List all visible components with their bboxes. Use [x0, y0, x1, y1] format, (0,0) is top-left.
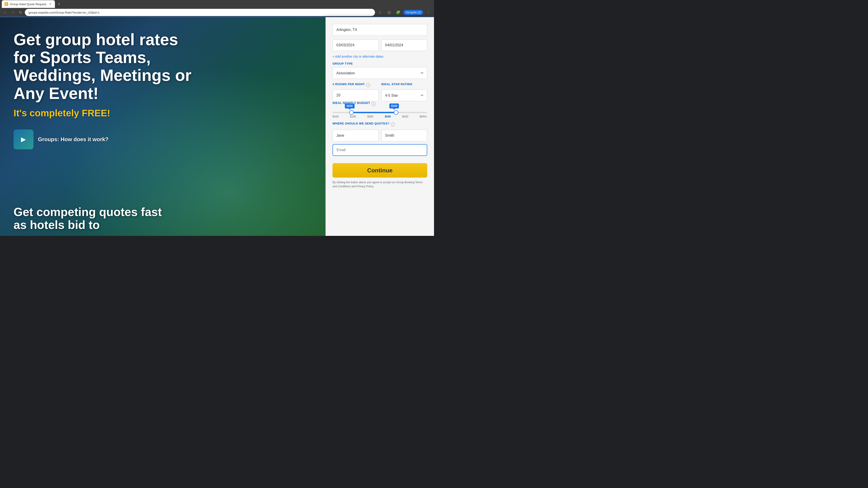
- rooms-info-icon[interactable]: i: [366, 83, 370, 87]
- checkout-input[interactable]: [381, 39, 428, 51]
- add-city-link[interactable]: + Add another city or alternate dates: [333, 55, 427, 58]
- group-type-select[interactable]: Sports Team Wedding Meeting Association …: [333, 67, 427, 79]
- browser-actions: ☆ ⊡ 🧩 Incognito (2) ⋮: [376, 9, 432, 16]
- budget-section: IDEAL NIGHTLY BUDGET i $250 $340 $100: [333, 101, 427, 118]
- location-input[interactable]: [333, 24, 427, 36]
- rooms-header: # ROOMS PER NIGHT i: [333, 83, 379, 88]
- add-city-text: + Add another city or alternate dates: [333, 55, 383, 58]
- url-text: groups.expedia.com/Group-Rate/?locale=en…: [29, 11, 99, 14]
- rooms-rating-row: # ROOMS PER NIGHT i IDEAL STAR RATING An…: [333, 83, 427, 101]
- send-quotes-header: WHERE SHOULD WE SEND QUOTES? i: [333, 122, 427, 127]
- send-quotes-section: WHERE SHOULD WE SEND QUOTES? i: [333, 122, 427, 156]
- budget-info-icon[interactable]: i: [372, 102, 376, 106]
- group-type-group: GROUP TYPE Sports Team Wedding Meeting A…: [333, 62, 427, 79]
- price-labels: $100 $180 $260 $340 $420 $500+: [333, 115, 427, 118]
- slider-thumb-left[interactable]: $250: [349, 110, 354, 115]
- back-button[interactable]: ←: [2, 9, 8, 15]
- budget-min-bubble: $250: [345, 103, 354, 108]
- price-tick-260: $260: [367, 115, 373, 118]
- rooms-label: # ROOMS PER NIGHT: [333, 83, 365, 86]
- hero-section: Get group hotel rates for Sports Teams, …: [0, 17, 326, 236]
- last-name-input[interactable]: [381, 130, 428, 141]
- send-quotes-info-icon[interactable]: i: [391, 123, 395, 127]
- menu-button[interactable]: ⋮: [425, 9, 432, 16]
- checkin-input[interactable]: [333, 39, 379, 51]
- address-bar[interactable]: groups.expedia.com/Group-Rate/?locale=en…: [25, 9, 375, 16]
- forward-button[interactable]: →: [9, 9, 16, 15]
- rating-header: IDEAL STAR RATING: [381, 83, 428, 88]
- rating-section: IDEAL STAR RATING Any 3 Star 3-4 Star 4 …: [381, 83, 428, 101]
- terms-text: By clicking the button above you agree t…: [333, 180, 427, 188]
- star-label: IDEAL STAR RATING: [381, 83, 412, 86]
- bookmark-button[interactable]: ☆: [376, 9, 383, 16]
- extensions-button[interactable]: 🧩: [395, 9, 402, 16]
- main-content: Get group hotel rates for Sports Teams, …: [0, 17, 434, 236]
- slider-fill: [351, 112, 396, 113]
- price-tick-100: $100: [333, 115, 339, 118]
- hero-headline: Get group hotel rates for Sports Teams, …: [13, 31, 194, 102]
- budget-max-bubble: $340: [389, 103, 399, 108]
- name-row: [333, 130, 427, 141]
- video-cta[interactable]: Groups: How does it work?: [13, 129, 312, 149]
- reload-button[interactable]: ↻: [17, 9, 24, 15]
- price-tick-340: $340: [385, 115, 391, 118]
- email-input[interactable]: [333, 144, 427, 156]
- play-button[interactable]: [13, 129, 33, 149]
- active-tab[interactable]: E Group Hotel Quote Request ✕: [2, 0, 55, 8]
- tab-bar: E Group Hotel Quote Request ✕ +: [0, 0, 434, 8]
- hero-subtext: It's completely FREE!: [13, 108, 312, 119]
- hero-bottom: Get competing quotes fast as hotels bid …: [13, 205, 163, 231]
- location-group: [333, 24, 427, 36]
- price-tick-420: $420: [402, 115, 408, 118]
- form-panel: + Add another city or alternate dates GR…: [326, 17, 434, 236]
- slider-track: $250 $340: [333, 112, 427, 113]
- split-view-button[interactable]: ⊡: [385, 9, 393, 16]
- tab-favicon: E: [4, 2, 8, 6]
- terms-content: By clicking the button above you agree t…: [333, 181, 423, 188]
- incognito-badge[interactable]: Incognito (2): [403, 10, 423, 15]
- tab-close-button[interactable]: ✕: [48, 2, 52, 6]
- first-name-input[interactable]: [333, 130, 379, 141]
- price-tick-500: $500+: [420, 115, 427, 118]
- address-bar-row: ← → ↻ groups.expedia.com/Group-Rate/?loc…: [0, 8, 434, 17]
- rooms-section: # ROOMS PER NIGHT i: [333, 83, 379, 101]
- budget-slider[interactable]: $250 $340: [333, 112, 427, 113]
- send-quotes-label: WHERE SHOULD WE SEND QUOTES?: [333, 122, 390, 125]
- new-tab-button[interactable]: +: [56, 1, 62, 7]
- continue-button[interactable]: Continue: [333, 163, 427, 177]
- slider-thumb-right[interactable]: $340: [394, 110, 398, 115]
- video-label: Groups: How does it work?: [38, 136, 108, 142]
- tab-title: Group Hotel Quote Request: [10, 2, 46, 6]
- hero-bottom-text: Get competing quotes fast as hotels bid …: [13, 205, 163, 231]
- star-rating-select[interactable]: Any 3 Star 3-4 Star 4 Star 4-5 Star 5 St…: [381, 90, 428, 101]
- rooms-input[interactable]: [333, 90, 379, 101]
- date-group: [333, 39, 427, 51]
- price-tick-180: $180: [350, 115, 356, 118]
- group-type-label: GROUP TYPE: [333, 62, 427, 65]
